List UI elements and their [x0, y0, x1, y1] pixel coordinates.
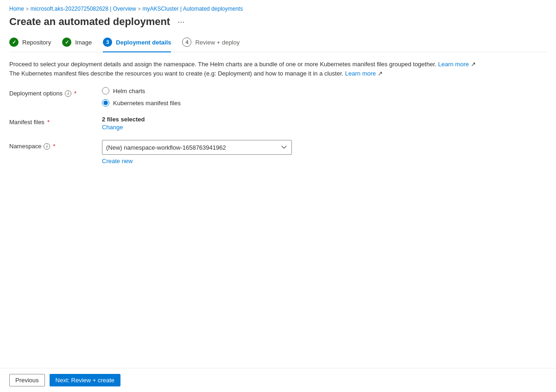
kubernetes-manifest-option[interactable]: Kubernetes manifest files	[102, 99, 547, 107]
namespace-create-new-link[interactable]: Create new	[102, 158, 547, 164]
kubernetes-manifest-radio[interactable]	[102, 99, 109, 107]
desc-line2-pre: The Kubernetes manifest files describe t…	[9, 70, 343, 77]
step-deployment-details[interactable]: 3 Deployment details	[103, 38, 171, 52]
description-line2: The Kubernetes manifest files describe t…	[9, 69, 547, 78]
breadcrumb: Home > microsoft.aks-20220725082628 | Ov…	[9, 6, 547, 12]
step-3-label: Deployment details	[116, 39, 171, 46]
step-1-label: Repository	[22, 39, 51, 46]
breadcrumb-home[interactable]: Home	[9, 6, 24, 12]
breadcrumb-sep-2: >	[138, 6, 141, 12]
deployment-options-radio-group: Helm charts Kubernetes manifest files	[102, 87, 547, 107]
description-line1: Proceed to select your deployment detail…	[9, 60, 547, 69]
step-repository[interactable]: Repository	[9, 38, 51, 52]
step-4-number: 4	[185, 39, 188, 45]
step-4-circle: 4	[182, 38, 191, 47]
learn-more-link-2[interactable]: Learn more	[345, 70, 376, 77]
learn-more-link-1[interactable]: Learn more	[438, 61, 469, 68]
manifest-files-control: 2 files selected Change	[102, 116, 547, 131]
namespace-label: Namespace	[9, 143, 41, 150]
description: Proceed to select your deployment detail…	[9, 60, 547, 78]
page-title: Create an automated deployment	[9, 16, 170, 28]
step-1-checkmark	[12, 39, 16, 45]
wizard-footer: Previous Next: Review + create	[0, 368, 556, 392]
more-options-button[interactable]: ···	[175, 16, 187, 28]
manifest-files-row: Manifest files * 2 files selected Change	[9, 116, 547, 131]
desc-line1-highlight: charts	[226, 61, 242, 68]
namespace-label-col: Namespace i *	[9, 140, 102, 150]
manifest-files-label-col: Manifest files *	[9, 116, 102, 126]
step-2-checkmark	[65, 39, 69, 45]
step-3-circle: 3	[103, 38, 112, 47]
breadcrumb-aks[interactable]: microsoft.aks-20220725082628 | Overview	[31, 6, 136, 12]
deployment-options-label: Deployment options	[9, 90, 63, 97]
deployment-options-row: Deployment options i * Helm charts Kuber…	[9, 87, 547, 107]
step-3-number: 3	[106, 39, 109, 45]
manifest-files-label: Manifest files	[9, 119, 44, 126]
desc-line1-pre: Proceed to select your deployment detail…	[9, 61, 226, 68]
deployment-options-control: Helm charts Kubernetes manifest files	[102, 87, 547, 107]
helm-charts-option[interactable]: Helm charts	[102, 87, 547, 95]
deployment-options-info-icon[interactable]: i	[65, 90, 71, 97]
page-title-row: Create an automated deployment ···	[9, 16, 547, 28]
helm-charts-label: Helm charts	[113, 88, 145, 95]
namespace-info-icon[interactable]: i	[44, 143, 50, 150]
deployment-options-label-col: Deployment options i *	[9, 87, 102, 97]
manifest-files-required: *	[47, 119, 50, 126]
namespace-row: Namespace i * (New) namespace-workflow-1…	[9, 140, 547, 164]
kubernetes-manifest-label: Kubernetes manifest files	[113, 100, 181, 107]
step-4-label: Review + deploy	[195, 39, 240, 46]
next-button[interactable]: Next: Review + create	[50, 374, 121, 386]
step-image[interactable]: Image	[62, 38, 92, 52]
namespace-select[interactable]: (New) namespace-workflow-1658763941962	[102, 140, 292, 155]
helm-charts-radio[interactable]	[102, 87, 109, 95]
namespace-required: *	[53, 143, 55, 150]
previous-button[interactable]: Previous	[9, 374, 45, 386]
step-1-circle	[9, 38, 19, 47]
wizard-steps: Repository Image 3 Deployment details 4 …	[9, 37, 547, 52]
breadcrumb-sep-1: >	[26, 6, 29, 12]
step-2-circle	[62, 38, 71, 47]
deployment-options-required: *	[74, 90, 76, 97]
step-2-label: Image	[75, 39, 92, 46]
manifest-files-change-link[interactable]: Change	[102, 124, 547, 131]
desc-line1-mid: are a bundle of one or more Kubernetes m…	[242, 61, 436, 68]
manifest-files-value: 2 files selected	[102, 116, 547, 123]
step-review-deploy[interactable]: 4 Review + deploy	[182, 38, 240, 52]
namespace-control: (New) namespace-workflow-1658763941962 C…	[102, 140, 547, 164]
deployment-form: Deployment options i * Helm charts Kuber…	[9, 87, 547, 164]
breadcrumb-cluster[interactable]: myAKSCluster | Automated deployments	[143, 6, 243, 12]
